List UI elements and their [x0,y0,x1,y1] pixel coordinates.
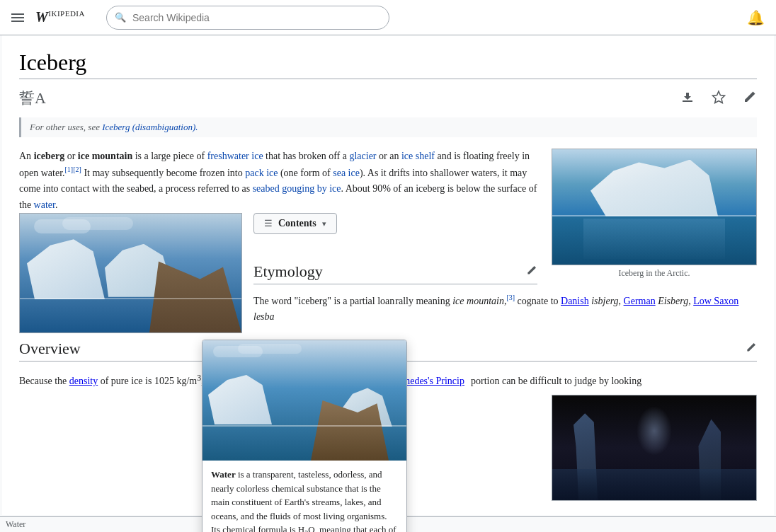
tooltip-title: Water [211,469,236,480]
site-header: WIKIPEDIA 🔍 🔔 [0,0,776,35]
logo-text: WIKIPEDIA [35,9,85,25]
link-sea-ice[interactable]: sea ice [333,168,360,178]
download-icon[interactable] [680,90,695,108]
bold-iceberg: iceberg [34,151,65,161]
bold-ice-mountain: ice mountain [78,151,132,161]
search-icon: 🔍 [115,12,126,23]
contents-label: Contents [278,218,316,229]
notification-bell[interactable]: 🔔 [747,9,765,26]
link-danish[interactable]: Danish [561,296,589,306]
etymology-section-title: Etymology [253,262,537,284]
watchlist-star-icon[interactable] [712,90,726,108]
infobox-caption: Iceberg in the Arctic. [552,268,757,279]
search-input[interactable] [106,6,389,30]
contents-box[interactable]: ☰ Contents ▾ [253,213,337,234]
link-glacier[interactable]: glacier [349,151,376,161]
isbjerg-italic: isbjerg [591,296,618,306]
tooltip-water-line [202,425,406,427]
infobox: Iceberg in the Arctic. [552,149,757,279]
lesba-italic: lesba [253,311,275,322]
page-content: Iceberg 誓A For other uses, see Iceberg (… [2,35,774,515]
menu-button[interactable] [11,13,24,22]
link-low-saxon[interactable]: Low Saxon [693,296,738,306]
contents-list-icon: ☰ [264,218,273,229]
disambiguation-link[interactable]: Iceberg (disambiguation). [102,122,198,132]
page-title: Iceberg [19,50,757,79]
iceberg-above-shape [590,160,718,216]
eisberg-italic: Eisberg [658,296,688,306]
hatnote: For other uses, see Iceberg (disambiguat… [19,117,757,137]
link-water[interactable]: water [34,200,55,210]
toolbar-row: 誓A [19,88,757,109]
search-bar: 🔍 [106,6,389,30]
float-image-box [19,213,242,333]
link-pack-ice[interactable]: pack ice [245,168,278,178]
tooltip-image [202,340,406,461]
link-german[interactable]: German [624,296,656,306]
tooltip-iceberg-left [208,375,272,424]
svg-marker-0 [713,91,725,103]
edit-icon[interactable] [743,90,757,108]
infobox-image [552,149,757,265]
language-icon[interactable]: 誓A [19,88,46,109]
ref-3[interactable]: [3] [506,294,515,301]
tooltip-text: is a transparent, tasteless, odorless, a… [211,469,396,515]
link-freshwater-ice[interactable]: freshwater ice [207,151,263,161]
overview-edit-icon[interactable] [746,342,757,356]
link-density[interactable]: density [69,376,98,386]
intro-paragraph: An iceberg or ice mountain is a large pi… [19,149,537,213]
toolbar-icons [680,90,757,108]
ref-1-2: [1][2] [65,168,81,178]
water-tooltip-popup: Water is a transparent, tasteless, odorl… [202,340,407,515]
tooltip-body: Water is a transparent, tasteless, odorl… [202,461,406,515]
wikipedia-logo[interactable]: WIKIPEDIA [35,9,85,25]
contents-arrow-icon: ▾ [322,219,326,229]
etymology-edit-icon[interactable] [526,265,537,279]
link-seabed-gouging[interactable]: seabed gouging by ice [253,183,341,194]
link-ice-shelf[interactable]: ice shelf [401,151,435,161]
bottom-right-image [552,395,757,501]
ice-mountain-italic: ice mountain [452,296,504,306]
